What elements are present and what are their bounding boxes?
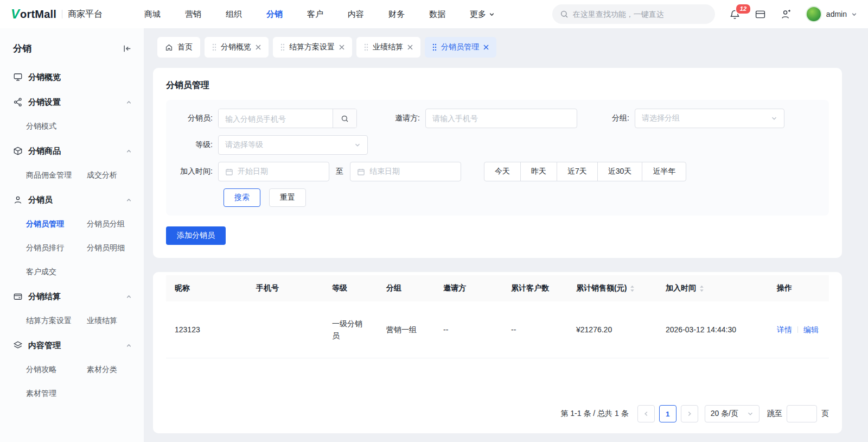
sidebar-sub-item[interactable]: 分销员明细	[87, 236, 144, 260]
sidebar-sub-item[interactable]: 结算方案设置	[26, 309, 87, 333]
close-icon[interactable]	[407, 45, 413, 50]
add-distributor-button[interactable]: 添加分销员	[166, 226, 226, 245]
nav-item-customer[interactable]: 客户	[307, 9, 323, 20]
cell-phone	[247, 301, 323, 358]
nav-item-organization[interactable]: 组织	[226, 9, 242, 20]
quick-range-halfyear-button[interactable]: 近半年	[642, 162, 686, 181]
pagination-prev-button[interactable]	[637, 405, 655, 422]
user-menu[interactable]: admin	[806, 6, 857, 22]
nav-item-finance[interactable]: 财务	[388, 9, 405, 20]
filter-row-2: 等级: 请选择等级	[166, 135, 818, 155]
notifications-button[interactable]: 12	[729, 9, 741, 20]
topbar: V ortMall 商家平台 商城 营销 组织 分销 客户 内容 财务 数据 更…	[0, 0, 868, 28]
chevron-up-icon[interactable]	[126, 99, 132, 105]
quick-range-7days-button[interactable]: 近7天	[557, 162, 598, 181]
distributor-search-button[interactable]	[333, 109, 356, 128]
table-header-row: 昵称 手机号 等级 分组 邀请方 累计客户数 累计销售额(元)	[166, 275, 829, 301]
sidebar-item-distributor[interactable]: 分销员	[0, 187, 144, 212]
start-date-placeholder: 开始日期	[238, 167, 268, 176]
chevron-down-icon	[851, 11, 857, 17]
nav-item-data[interactable]: 数据	[429, 9, 445, 20]
start-date-input[interactable]: 开始日期	[218, 162, 329, 181]
sidebar-sub-item[interactable]: 分销模式	[26, 115, 87, 138]
join-time-label: 加入时间:	[166, 167, 218, 176]
brand-logo: V ortMall 商家平台	[11, 7, 144, 22]
sidebar-item-settings[interactable]: 分销设置	[0, 90, 144, 115]
inviter-input[interactable]	[425, 109, 577, 128]
sidebar: 分销 分销概览 分销设置 分销模式 分销商品 商品佣金管理 成交分析	[0, 28, 144, 442]
distributor-phone-field[interactable]	[225, 115, 326, 123]
sidebar-item-overview[interactable]: 分销概览	[0, 65, 144, 90]
tab-distributor-management[interactable]: 分销员管理	[425, 37, 496, 58]
edit-link[interactable]: 编辑	[803, 325, 819, 334]
sidebar-sub-item[interactable]: 素材管理	[26, 382, 87, 406]
search-button[interactable]: 搜索	[224, 188, 260, 207]
pagination-next-button[interactable]	[681, 405, 698, 422]
close-icon[interactable]	[256, 45, 261, 50]
page-tabs: 首页 分销概览 结算方案设置 业绩结算	[153, 37, 842, 58]
sidebar-sub-item[interactable]: 客户成交	[26, 260, 87, 284]
nav-item-more[interactable]: 更多	[470, 9, 495, 20]
tab-home[interactable]: 首页	[157, 37, 200, 58]
filter-panel: 分销员: 邀请方: 分组: 请选择分组	[166, 100, 829, 216]
chevron-up-icon[interactable]	[126, 148, 132, 154]
pagination-page-1[interactable]: 1	[659, 405, 676, 422]
column-header-join-time-label: 加入时间	[666, 283, 696, 293]
workbench-button[interactable]	[755, 9, 766, 20]
sidebar-sub-item[interactable]: 分销员排行	[26, 236, 87, 260]
sidebar-sub-item[interactable]: 业绩结算	[87, 309, 144, 333]
username: admin	[826, 10, 847, 18]
chevron-up-icon[interactable]	[126, 197, 132, 203]
tab-settlement-plan[interactable]: 结算方案设置	[273, 37, 352, 58]
page-size-select[interactable]: 20 条/页	[705, 405, 760, 422]
sidebar-sub-item[interactable]: 商品佣金管理	[26, 163, 87, 187]
top-nav: 商城 营销 组织 分销 客户 内容 财务 数据 更多	[144, 9, 495, 20]
nav-item-marketing[interactable]: 营销	[185, 9, 201, 20]
sidebar-sub-item[interactable]: 分销员分组	[87, 212, 144, 236]
group-select[interactable]: 请选择分组	[635, 109, 784, 128]
tab-label: 分销员管理	[441, 42, 479, 52]
tab-distribution-overview[interactable]: 分销概览	[205, 37, 269, 58]
jump-page-input[interactable]	[787, 405, 817, 422]
cell-group: 营销一组	[378, 301, 435, 358]
close-icon[interactable]	[483, 45, 489, 50]
nav-item-content[interactable]: 内容	[348, 9, 364, 20]
quick-range-today-button[interactable]: 今天	[484, 162, 521, 181]
sidebar-item-goods[interactable]: 分销商品	[0, 138, 144, 163]
tab-label: 结算方案设置	[289, 42, 335, 52]
switch-account-button[interactable]	[780, 9, 792, 20]
chevron-up-icon[interactable]	[126, 294, 132, 300]
date-range-separator: 至	[336, 167, 343, 176]
chevron-up-icon[interactable]	[126, 343, 132, 349]
end-date-input[interactable]: 结束日期	[350, 162, 461, 181]
global-search[interactable]	[552, 4, 715, 24]
close-icon[interactable]	[339, 45, 344, 50]
sidebar-item-settlement[interactable]: 分销结算	[0, 284, 144, 309]
sidebar-sub-item[interactable]: 素材分类	[87, 358, 144, 382]
quick-range-yesterday-button[interactable]: 昨天	[520, 162, 557, 181]
cell-nickname: 123123	[166, 301, 247, 358]
sort-icon[interactable]	[630, 285, 635, 293]
nav-item-distribution[interactable]: 分销	[266, 9, 283, 20]
sort-icon[interactable]	[699, 285, 704, 293]
tab-label: 分销概览	[221, 42, 251, 52]
global-search-input[interactable]	[573, 10, 707, 18]
nav-item-mall[interactable]: 商城	[144, 9, 161, 20]
sidebar-item-label: 分销员	[28, 195, 53, 205]
sidebar-sub-item[interactable]: 成交分析	[87, 163, 144, 187]
end-date-placeholder: 结束日期	[369, 167, 400, 176]
tab-performance-settlement[interactable]: 业绩结算	[356, 37, 420, 58]
reset-button[interactable]: 重置	[269, 188, 306, 207]
sidebar-sub-item[interactable]: 分销攻略	[26, 358, 87, 382]
table-card: 昵称 手机号 等级 分组 邀请方 累计客户数 累计销售额(元)	[153, 272, 842, 433]
drag-handle-icon	[212, 43, 216, 51]
inviter-phone-field[interactable]	[432, 114, 570, 123]
topbar-right: 12 admin	[552, 4, 857, 24]
quick-range-30days-button[interactable]: 近30天	[597, 162, 643, 181]
level-select[interactable]: 请选择等级	[218, 135, 368, 155]
sidebar-sub-item-distributor-management[interactable]: 分销员管理	[26, 212, 87, 236]
distributor-input[interactable]	[219, 109, 333, 128]
sidebar-item-content-management[interactable]: 内容管理	[0, 333, 144, 358]
detail-link[interactable]: 详情	[777, 325, 792, 334]
sidebar-collapse-button[interactable]	[123, 44, 132, 53]
